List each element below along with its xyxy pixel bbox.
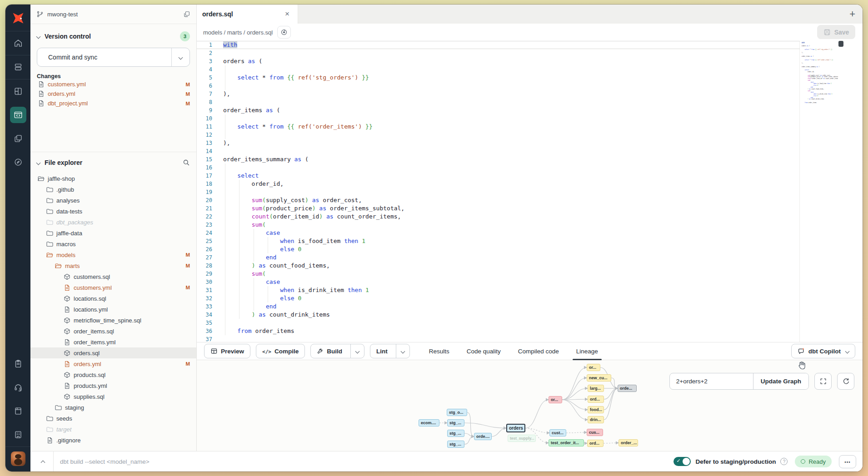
lineage-node-s3[interactable]: stg_... [447, 430, 464, 437]
sidebar-marketplace-button[interactable] [10, 426, 26, 443]
code-line: ), [223, 90, 863, 98]
commit-dropdown[interactable] [171, 48, 190, 66]
lineage-node-y5[interactable]: food... [588, 406, 604, 413]
open-in-lineage-button[interactable] [277, 26, 291, 39]
sidebar-apps-button[interactable] [10, 83, 26, 99]
lineage-node-o1[interactable]: orde.... [474, 433, 492, 440]
version-control-header[interactable]: Version control 3 [37, 31, 190, 41]
lineage-node-orders[interactable]: orders [506, 424, 525, 432]
file-tree-item-data-tests[interactable]: data-tests [30, 206, 196, 217]
file-tree-item-macros[interactable]: macros [30, 238, 196, 249]
tab-title: orders.sql [202, 10, 233, 18]
lineage-node-s1[interactable]: stg_o... [447, 409, 467, 416]
lineage-node-s4[interactable]: stg_... [447, 441, 464, 448]
lineage-node-y3[interactable]: larg... [588, 385, 604, 392]
file-tree-item--github[interactable]: .github [30, 184, 196, 195]
lineage-node-ghost[interactable]: test_supply... [508, 435, 536, 442]
copy-branch-button[interactable] [183, 11, 190, 18]
file-tree-item-staging[interactable]: staging [30, 402, 196, 413]
lineage-node-y7[interactable]: ord... [587, 440, 604, 447]
graph-selector-input[interactable]: 2+orders+2 [670, 373, 753, 389]
file-tree-item-order-items-yml[interactable]: order_items.yml [30, 337, 196, 347]
file-tree-item-orders-yml[interactable]: orders.ymlM [30, 358, 196, 369]
commit-and-sync-button[interactable]: Commit and sync [37, 48, 190, 67]
sidebar-develop-button[interactable] [10, 107, 26, 123]
table-icon [210, 347, 218, 355]
sidebar-home-button[interactable] [10, 35, 26, 51]
file-tree-item-models[interactable]: modelsM [30, 249, 196, 260]
file-tree-item-analyses[interactable]: analyses [30, 195, 196, 206]
folder-icon [46, 197, 53, 204]
sidebar-orchestration-button[interactable] [10, 154, 26, 170]
file-tree-item-products-sql[interactable]: products.sql [30, 369, 196, 380]
fullscreen-button[interactable] [814, 373, 832, 390]
lint-dropdown[interactable] [396, 344, 409, 358]
file-tree-item-order-items-sql[interactable]: order_items.sql [30, 326, 196, 337]
help-icon[interactable] [780, 458, 788, 465]
file-tree-item--gitignore[interactable]: .gitignore [30, 435, 196, 446]
file-explorer-header[interactable]: File explorer [30, 152, 196, 173]
file-tree-item-locations-yml[interactable]: locations.yml [30, 304, 196, 315]
sidebar-windows-button[interactable] [10, 130, 26, 147]
dbt-copilot-button[interactable]: dbt Copilot [791, 344, 855, 358]
defer-toggle[interactable] [673, 457, 691, 466]
build-dropdown[interactable] [350, 344, 364, 358]
tab-compiled-code[interactable]: Compiled code [518, 342, 559, 360]
lint-button[interactable]: Lint [370, 344, 410, 358]
tab-lineage[interactable]: Lineage [576, 342, 598, 360]
activity-bar [5, 5, 30, 471]
lineage-node-c1[interactable]: cust... [549, 429, 566, 436]
new-tab-button[interactable] [849, 8, 855, 20]
tab-orders-sql[interactable]: orders.sql [197, 5, 298, 24]
lineage-node-y4[interactable]: ord... [588, 396, 604, 403]
close-tab-button[interactable] [282, 9, 292, 19]
command-input[interactable]: dbt build --select <model_name> [60, 458, 150, 465]
file-tree-item-customers-yml[interactable]: customers.ymlM [30, 282, 196, 293]
code-content[interactable]: withorders as ( select * from {{ ref('st… [217, 41, 863, 342]
file-tree-item-orders-sql[interactable]: orders.sql [30, 347, 196, 358]
changed-file-row[interactable]: orders.yml M [37, 89, 190, 99]
file-tree-item-jaffle-shop[interactable]: jaffle-shop [30, 173, 196, 184]
lineage-node-t1[interactable]: test_order_it... [549, 439, 584, 446]
tab-code-quality[interactable]: Code quality [467, 342, 501, 360]
lineage-node-y6[interactable]: drin... [588, 416, 604, 423]
file-tree-item-customers-sql[interactable]: customers.sql [30, 271, 196, 282]
code-editor[interactable]: 1234567891011121314151617181920212223242… [197, 41, 863, 342]
changed-file-row[interactable]: dbt_project.yml M [37, 99, 190, 108]
lineage-node-s2[interactable]: stg_... [447, 419, 464, 426]
sidebar-tasks-button[interactable] [10, 356, 26, 372]
file-tree-item-jaffle-data[interactable]: jaffle-data [30, 228, 196, 238]
preview-button[interactable]: Preview [204, 344, 250, 358]
sidebar-environments-button[interactable] [10, 59, 26, 75]
changed-file-row[interactable]: customers.yml M [37, 79, 190, 89]
file-tree-item-supplies-sql[interactable]: supplies.sql [30, 391, 196, 402]
file-tree-item-dbt-packages[interactable]: dbt_packages [30, 217, 196, 228]
file-tree-item-products-yml[interactable]: products.yml [30, 380, 196, 391]
file-tree-item-target[interactable]: target [30, 424, 196, 435]
lineage-node-y2[interactable]: new_cu... [587, 374, 611, 382]
file-search-button[interactable] [183, 159, 190, 166]
file-tree-item-marts[interactable]: martsM [30, 260, 196, 271]
tab-results[interactable]: Results [429, 342, 449, 360]
lineage-node-g1[interactable]: orde... [618, 385, 637, 392]
expand-command-bar-button[interactable] [37, 456, 49, 467]
compile-button[interactable]: Compile [256, 344, 305, 358]
lineage-node-p1[interactable]: or... [549, 396, 562, 403]
more-options-button[interactable] [839, 455, 856, 468]
sidebar-support-button[interactable] [10, 379, 26, 396]
update-graph-button[interactable]: Update Graph [753, 373, 808, 389]
lineage-panel[interactable]: ecom....stg_o...stg_...stg_...stg_...ord… [197, 360, 863, 451]
build-button[interactable]: Build [310, 344, 364, 358]
sidebar-docs-button[interactable] [10, 403, 26, 419]
lineage-node-y1[interactable]: or... [587, 364, 600, 371]
save-button[interactable]: Save [817, 25, 855, 39]
user-avatar[interactable] [11, 451, 25, 466]
save-icon [823, 29, 831, 36]
lineage-node-ecom[interactable]: ecom.... [419, 419, 439, 426]
file-tree-item-metricflow-time-spine-sql[interactable]: metricflow_time_spine.sql [30, 315, 196, 326]
lineage-node-y8[interactable]: order_... [619, 439, 638, 446]
file-tree-item-locations-sql[interactable]: locations.sql [30, 293, 196, 304]
refresh-graph-button[interactable] [837, 373, 854, 390]
lineage-node-p2[interactable]: cus... [587, 429, 603, 436]
file-tree-item-seeds[interactable]: seeds [30, 413, 196, 424]
